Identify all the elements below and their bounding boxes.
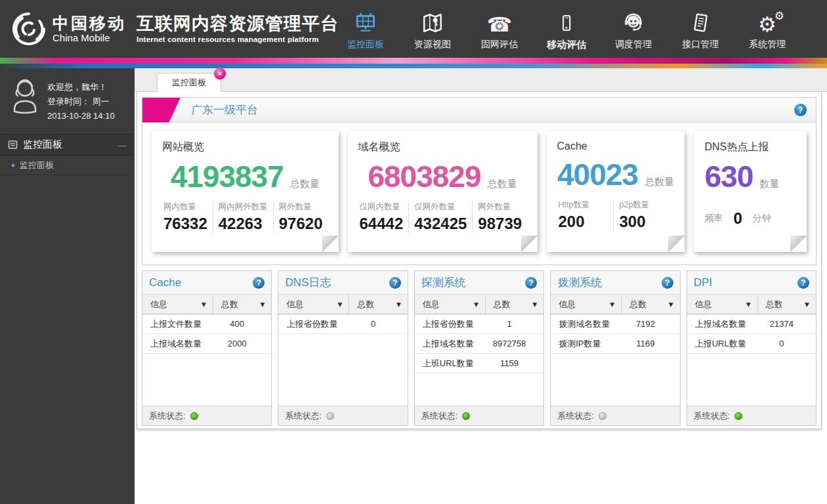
- help-icon[interactable]: ?: [253, 277, 265, 289]
- body: 欢迎您，魏华！ 登录时间： 周一 2013-10-28 14:10 监控面板 —…: [0, 68, 827, 504]
- panel-column-headers: 信息▼总数▼: [687, 295, 816, 314]
- card-stat-label: 仅网内数量: [360, 201, 404, 213]
- top-header: 中国移动 China Mobile 互联网内容资源管理平台 Internet c…: [0, 0, 827, 58]
- sidebar-group-monitoring[interactable]: 监控面板 —: [0, 134, 135, 156]
- card-big-row: 6803829总数量: [358, 161, 527, 192]
- card-big-label: 总数量: [290, 178, 320, 190]
- monitor-panel-detection: 探测系统?信息▼总数▼上报省份数量1上报域名数量8972758上班URL数量11…: [414, 270, 544, 426]
- nav-item-interface-management[interactable]: 接口管理: [675, 7, 726, 51]
- help-icon[interactable]: ?: [389, 277, 401, 289]
- column-header-total[interactable]: 总数▼: [349, 295, 407, 314]
- chevron-down-icon: ▼: [474, 301, 478, 308]
- card-stat: Http数量200: [557, 200, 614, 231]
- column-header-total[interactable]: 总数▼: [622, 295, 679, 314]
- card-big-label: 数量: [759, 178, 779, 190]
- status-dot-green: [734, 412, 742, 420]
- platform-overview-box: 广东一级平台 ? 网站概览4193837总数量网内数量76332网内网外数量42…: [142, 97, 816, 265]
- card-stat-value: 200: [559, 213, 608, 231]
- sidebar-item-monitoring-panel[interactable]: 监控面板: [0, 156, 135, 175]
- tab-bar: 监控面板 ×: [135, 68, 827, 92]
- help-icon[interactable]: ?: [797, 277, 809, 289]
- app-subtitle: Internet content resources management pl…: [137, 35, 339, 43]
- nav-item-system-management[interactable]: ⚙⚙系统管理: [742, 7, 793, 51]
- row-label: 拨测域名数量: [551, 318, 622, 330]
- card-big-row: 630数量: [704, 161, 796, 192]
- column-header-total[interactable]: 总数▼: [213, 295, 271, 314]
- card-stat-label: 仅网外数量: [414, 201, 467, 213]
- table-row: 上报域名数量21374: [687, 314, 816, 334]
- decorative-ribbon: [0, 58, 827, 68]
- column-header-label: 信息: [695, 299, 712, 310]
- column-header-total[interactable]: 总数▼: [486, 295, 543, 314]
- sidebar-group-label: 监控面板: [23, 138, 62, 151]
- column-header-info[interactable]: 信息▼: [278, 295, 349, 314]
- card-stat-label: p2p数量: [619, 200, 669, 211]
- panel-footer: 系统状态:: [142, 406, 271, 425]
- nav-item-fixed-network-eval[interactable]: ☎固网评估: [474, 7, 525, 51]
- table-row: 拨测域名数量7192: [551, 314, 679, 334]
- column-header-info[interactable]: 信息▼: [415, 295, 486, 314]
- accent-flag: [142, 98, 180, 123]
- card-stat: 仅网内数量64442: [358, 201, 409, 233]
- nav-item-resource-view[interactable]: 资源视图: [407, 7, 458, 51]
- login-datetime: 2013-10-28 14:10: [47, 109, 115, 123]
- table-row: 上报域名数量2000: [142, 334, 271, 354]
- sidebar-item-label: 监控面板: [20, 159, 54, 171]
- user-info: 欢迎您，魏华！ 登录时间： 周一 2013-10-28 14:10: [47, 77, 115, 123]
- stat-card-website-overview: 网站概览4193837总数量网内数量76332网内网外数量42263网外数量97…: [152, 131, 339, 252]
- collapse-minus-icon[interactable]: —: [117, 140, 127, 150]
- panel-spacer: [278, 334, 407, 406]
- close-icon[interactable]: ×: [214, 68, 226, 79]
- top-nav: 监控面板资源视图☎固网评估移动评估调度管理接口管理⚙⚙系统管理: [340, 7, 827, 51]
- tab-monitoring-panel[interactable]: 监控面板 ×: [157, 73, 221, 92]
- column-header-total[interactable]: 总数▼: [758, 295, 816, 314]
- status-label: 系统状态:: [694, 410, 731, 422]
- panel-footer: 系统状态:: [415, 406, 543, 425]
- column-header-label: 信息: [286, 299, 303, 310]
- panel-footer: 系统状态:: [278, 406, 407, 425]
- column-header-label: 总数: [494, 299, 511, 310]
- help-icon[interactable]: ?: [662, 277, 673, 289]
- panel-title: DPI: [694, 276, 712, 289]
- logo-text: 中国移动 China Mobile: [53, 14, 126, 44]
- nav-item-label: 移动评估: [547, 39, 586, 51]
- app-title-block: 互联网内容资源管理平台 Internet content resources m…: [137, 14, 339, 44]
- table-row: 上报URL数量0: [687, 334, 816, 354]
- monitor-panel-dial-test: 拨测系统?信息▼总数▼拨测域名数量7192拨测IP数量1169系统状态:: [550, 270, 680, 426]
- section-title: 广东一级平台: [191, 102, 258, 117]
- card-big-label: 总数量: [488, 178, 517, 190]
- row-label: 上报域名数量: [142, 338, 213, 350]
- nav-item-dispatch-management[interactable]: 调度管理: [608, 7, 659, 51]
- frequency-value: 0: [733, 209, 742, 228]
- map-icon: [421, 7, 444, 35]
- column-header-info[interactable]: 信息▼: [551, 295, 622, 314]
- card-stat: 网内网外数量42263: [213, 201, 273, 233]
- nav-item-mobile-eval[interactable]: 移动评估: [541, 7, 592, 51]
- panel-spacer: [687, 354, 816, 406]
- panel-title: DNS日志: [285, 275, 331, 290]
- nav-item-monitoring-panel[interactable]: 监控面板: [340, 7, 391, 51]
- card-stats: 仅网内数量64442仅网外数量432425网外数量98739: [358, 201, 527, 233]
- panel-footer: 系统状态:: [551, 406, 679, 425]
- nav-item-label: 固网评估: [481, 39, 518, 51]
- chevron-down-icon: ▼: [746, 301, 751, 308]
- card-stat-label: Http数量: [559, 200, 608, 211]
- tab-content: 广东一级平台 ? 网站概览4193837总数量网内数量76332网内网外数量42…: [137, 92, 822, 429]
- column-header-info[interactable]: 信息▼: [142, 295, 213, 314]
- table-row: 上报文件数量400: [142, 314, 271, 334]
- chevron-down-icon: ▼: [805, 301, 809, 308]
- help-icon[interactable]: ?: [794, 104, 807, 116]
- column-header-label: 信息: [423, 299, 440, 310]
- table-row: 上报域名数量8972758: [415, 334, 543, 354]
- help-icon[interactable]: ?: [525, 277, 537, 289]
- document-icon: [8, 140, 18, 150]
- dashboard-icon: [354, 7, 377, 35]
- row-value: 0: [758, 339, 816, 348]
- row-value: 1169: [622, 339, 679, 348]
- column-header-info[interactable]: 信息▼: [687, 295, 758, 314]
- stat-card-cache: Cache40023总数量Http数量200p2p数量300: [547, 131, 685, 252]
- row-label: 上报文件数量: [142, 318, 213, 330]
- panel-footer: 系统状态:: [687, 406, 816, 425]
- user-card: 欢迎您，魏华！ 登录时间： 周一 2013-10-28 14:10: [0, 68, 135, 134]
- row-label: 上报省份数量: [278, 318, 349, 330]
